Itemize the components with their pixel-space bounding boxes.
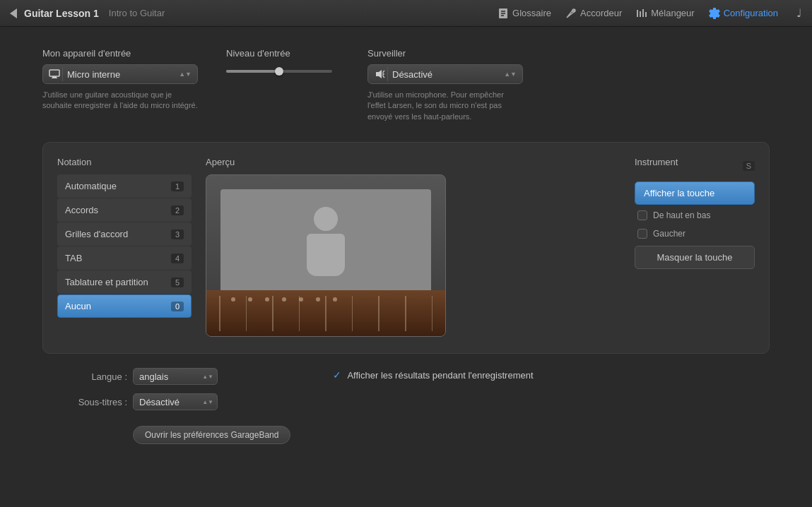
notation-badge-grilles: 3 bbox=[171, 229, 184, 239]
notation-header: Notation bbox=[57, 157, 192, 167]
slider-fill bbox=[226, 70, 279, 73]
surveiller-label: Surveiller bbox=[367, 48, 523, 59]
checkbox-row-gaucher: Gaucher bbox=[635, 225, 755, 243]
fret-9 bbox=[432, 296, 433, 331]
language-row: Langue : anglais français ▲▼ bbox=[57, 368, 290, 385]
svg-rect-9 bbox=[645, 12, 647, 17]
bottom-section: Langue : anglais français ▲▼ Sous-titres… bbox=[42, 368, 770, 444]
notation-label-tablature: Tablature et partition bbox=[65, 277, 171, 287]
input-section: Mon appareil d'entrée Micro interne ▲▼ J… bbox=[42, 48, 770, 122]
checkbox-gaucher-label: Gaucher bbox=[653, 229, 686, 239]
subtitles-row: Sous-titres : Désactivé Activé ▲▼ bbox=[57, 393, 290, 410]
notation-item-tablature[interactable]: Tablature et partition 5 bbox=[57, 270, 192, 294]
notation-label-accords: Accords bbox=[65, 205, 171, 215]
notation-item-grilles[interactable]: Grilles d'accord 3 bbox=[57, 222, 192, 246]
dot-3 bbox=[265, 297, 269, 302]
surveiller-value: Désactivé bbox=[392, 69, 501, 80]
monitor-icon bbox=[46, 67, 63, 81]
lesson-subtitle: Intro to Guitar bbox=[109, 8, 165, 18]
niveau-label: Niveau d'entrée bbox=[226, 48, 339, 59]
niveau-slider[interactable] bbox=[226, 70, 332, 73]
form-section: Langue : anglais français ▲▼ Sous-titres… bbox=[57, 368, 290, 444]
notation-item-automatique[interactable]: Automatique 1 bbox=[57, 174, 192, 198]
subtitles-select-wrapper: Désactivé Activé ▲▼ bbox=[133, 393, 218, 410]
topbar: Guitar Lesson 1 Intro to Guitar Glossair… bbox=[0, 0, 812, 27]
fret-7 bbox=[378, 296, 379, 331]
lesson-title: Guitar Lesson 1 bbox=[24, 8, 99, 19]
input-device-select[interactable]: Micro interne ▲▼ bbox=[42, 64, 198, 84]
main-content: Mon appareil d'entrée Micro interne ▲▼ J… bbox=[0, 27, 812, 458]
subtitles-select[interactable]: Désactivé Activé bbox=[133, 393, 218, 410]
svg-rect-8 bbox=[642, 9, 644, 17]
surveiller-group: Surveiller Désactivé ▲▼ J'utilise un mic… bbox=[367, 48, 523, 122]
input-device-group: Mon appareil d'entrée Micro interne ▲▼ J… bbox=[42, 48, 198, 122]
language-label: Langue : bbox=[57, 371, 127, 382]
notation-label-tab: TAB bbox=[65, 253, 171, 263]
svg-rect-7 bbox=[640, 11, 641, 17]
afficher-touche-button[interactable]: Afficher la touche bbox=[635, 181, 755, 205]
notation-badge-tablature: 5 bbox=[171, 278, 184, 287]
svg-rect-10 bbox=[49, 70, 59, 76]
notation-label-grilles: Grilles d'accord bbox=[65, 229, 171, 239]
dot-4 bbox=[282, 297, 286, 302]
checkbox-haut-en-bas-label: De haut en bas bbox=[653, 210, 710, 220]
back-button[interactable] bbox=[10, 8, 17, 18]
notation-label-automatique: Automatique bbox=[65, 181, 171, 191]
apercu-preview bbox=[206, 174, 446, 337]
svg-line-16 bbox=[383, 76, 384, 78]
nav-accordeur[interactable]: Accordeur bbox=[565, 8, 622, 19]
svg-rect-11 bbox=[52, 76, 57, 78]
checkbox-haut-en-bas[interactable] bbox=[637, 210, 647, 220]
guitar-dots bbox=[231, 297, 337, 302]
svg-rect-12 bbox=[52, 78, 57, 78]
music-icon: ♩ bbox=[796, 6, 802, 20]
fret-6 bbox=[352, 296, 353, 331]
nav-melangeur[interactable]: Mélangeur bbox=[636, 8, 694, 19]
instrument-header: Instrument bbox=[635, 157, 678, 167]
apercu-image bbox=[220, 189, 431, 294]
input-device-value: Micro interne bbox=[67, 69, 176, 80]
instrument-column: Instrument S Afficher la touche De haut … bbox=[635, 157, 755, 339]
niveau-group: Niveau d'entrée bbox=[226, 48, 339, 122]
slider-thumb[interactable] bbox=[275, 67, 283, 76]
dot-1 bbox=[231, 297, 235, 302]
instrument-header-row: Instrument S bbox=[635, 157, 755, 174]
results-checkbox-row: ✓ Afficher les résultats pendant l'enreg… bbox=[333, 369, 533, 381]
results-check-icon: ✓ bbox=[333, 369, 341, 381]
fret-1 bbox=[219, 296, 220, 331]
nav-accordeur-label: Accordeur bbox=[580, 8, 622, 18]
notation-item-accords[interactable]: Accords 2 bbox=[57, 198, 192, 222]
notation-badge-automatique: 1 bbox=[171, 181, 184, 191]
apercu-header: Aperçu bbox=[206, 157, 620, 167]
apercu-column: Aperçu bbox=[206, 157, 620, 339]
notation-badge-tab: 4 bbox=[171, 254, 184, 263]
nav-configuration[interactable]: Configuration bbox=[709, 8, 778, 19]
guitar-neck bbox=[206, 290, 445, 336]
input-device-arrow: ▲▼ bbox=[179, 71, 192, 78]
svg-rect-6 bbox=[637, 10, 638, 17]
results-section: ✓ Afficher les résultats pendant l'enreg… bbox=[333, 368, 533, 381]
surveiller-select[interactable]: Désactivé ▲▼ bbox=[367, 64, 523, 84]
svg-line-14 bbox=[383, 71, 384, 72]
dot-7 bbox=[333, 297, 337, 302]
masquer-touche-button[interactable]: Masquer la touche bbox=[635, 246, 755, 269]
dot-5 bbox=[299, 297, 303, 302]
notation-item-aucun[interactable]: Aucun 0 bbox=[57, 294, 192, 318]
lower-panel: Notation Automatique 1 Accords 2 Grilles… bbox=[42, 142, 770, 354]
subtitles-label: Sous-titres : bbox=[57, 397, 127, 407]
notation-item-tab[interactable]: TAB 4 bbox=[57, 246, 192, 270]
notation-badge-accords: 2 bbox=[171, 205, 184, 215]
surveiller-arrow: ▲▼ bbox=[504, 71, 517, 78]
fret-8 bbox=[405, 296, 406, 331]
notation-list: Automatique 1 Accords 2 Grilles d'accord… bbox=[57, 174, 192, 318]
language-select[interactable]: anglais français bbox=[133, 368, 218, 385]
input-device-desc: J'utilise une guitare acoustique que je … bbox=[42, 90, 198, 112]
dot-6 bbox=[316, 297, 320, 302]
instrument-badge: S bbox=[743, 161, 755, 171]
notation-column: Notation Automatique 1 Accords 2 Grilles… bbox=[57, 157, 192, 339]
checkbox-gaucher[interactable] bbox=[637, 229, 647, 239]
svg-marker-0 bbox=[10, 8, 17, 18]
surveiller-desc: J'utilise un microphone. Pour empêcher l… bbox=[367, 90, 523, 122]
nav-glossaire[interactable]: Glossaire bbox=[498, 8, 551, 19]
pref-button[interactable]: Ouvrir les préférences GarageBand bbox=[133, 426, 290, 444]
